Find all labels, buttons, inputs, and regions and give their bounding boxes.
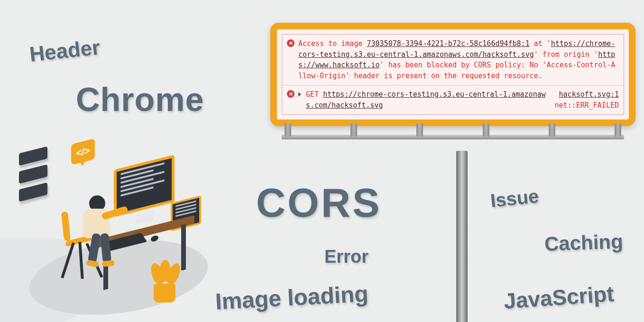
server-block <box>19 183 47 202</box>
error2-source-file: hacksoft.svg:1 <box>559 90 619 99</box>
tag-word-imageloading: Image loading <box>215 281 369 315</box>
error1-mid2: ' from origin ' <box>534 50 598 59</box>
tag-word-caching: Caching <box>544 230 623 256</box>
person <box>72 195 100 238</box>
tag-word-javascript: JavaScript <box>503 281 615 314</box>
error2-url: https://chrome-cors-testing.s3.eu-centra… <box>306 90 546 110</box>
billboard-support <box>285 123 291 137</box>
billboard: ✕ Access to image 73035078-3394-4221-b72… <box>270 23 635 139</box>
tag-word-header: Header <box>28 35 101 66</box>
person-leg <box>88 233 101 263</box>
server-blocks <box>19 150 47 204</box>
developer-illustration: </> <box>19 142 228 318</box>
billboard-support <box>483 123 489 137</box>
error-icon: ✕ <box>287 39 294 47</box>
person-legs <box>88 233 117 267</box>
error1-prefix: Access to image <box>298 39 367 48</box>
billboard-support <box>549 123 555 137</box>
console-error-get: ✕ GET https://chrome-cors-testing.s3.eu-… <box>282 85 624 114</box>
expand-caret-icon[interactable] <box>298 92 301 97</box>
error1-image-ref: 73035078-3394-4221-b72c-58c166d94fb8:1 <box>367 39 530 48</box>
billboard-support <box>416 123 423 137</box>
error2-net-error: net::ERR_FAILED <box>555 101 619 110</box>
console-error-cors: ✕ Access to image 73035078-3394-4221-b72… <box>282 35 624 85</box>
person-leg <box>100 233 111 263</box>
console-error-text-2: GET https://chrome-cors-testing.s3.eu-ce… <box>306 89 552 110</box>
code-bubble-icon: </> <box>71 138 95 165</box>
billboard-support <box>350 123 357 137</box>
tag-word-error: Error <box>324 247 368 267</box>
billboard-pole <box>456 151 468 322</box>
server-block <box>19 165 47 184</box>
tag-word-chrome: Chrome <box>76 81 204 119</box>
plant-pot <box>154 284 175 303</box>
tag-word-cors: CORS <box>256 179 381 226</box>
tag-word-issue: Issue <box>489 185 540 212</box>
person-shoe <box>102 260 115 267</box>
chair-back <box>61 211 71 241</box>
error1-mid1: at ' <box>530 39 551 48</box>
console-error-text-1: Access to image 73035078-3394-4221-b72c-… <box>298 38 619 81</box>
billboard-frame: ✕ Access to image 73035078-3394-4221-b72… <box>270 23 635 126</box>
console-panel: ✕ Access to image 73035078-3394-4221-b72… <box>282 34 624 115</box>
monitor-stand <box>136 210 155 224</box>
billboard-support <box>615 123 621 137</box>
billboard-crossbar <box>282 135 624 139</box>
error2-method: GET <box>306 90 319 99</box>
console-error-source: hacksoft.svg:1 net::ERR_FAILED <box>555 89 619 110</box>
person-shoe <box>86 260 99 267</box>
error-icon: ✕ <box>287 90 294 98</box>
server-block <box>19 147 47 166</box>
